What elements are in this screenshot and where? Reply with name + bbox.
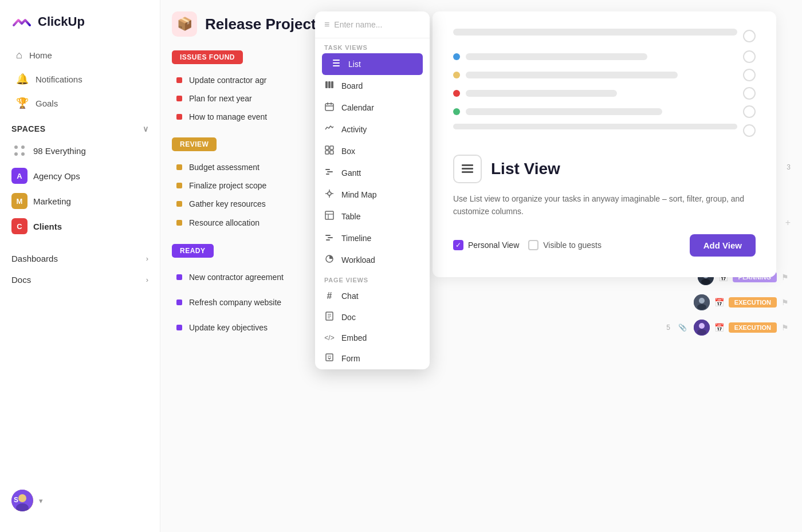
svg-rect-44 — [326, 239, 330, 241]
personal-view-toggle[interactable]: ✓ Personal View — [453, 240, 519, 250]
form-view-icon — [324, 353, 335, 364]
sidebar-item-clients[interactable]: C Clients — [0, 214, 160, 239]
calendar-icon: 📅 — [714, 298, 724, 307]
visible-guests-checkbox[interactable] — [528, 240, 538, 250]
flag-icon: ⚑ — [781, 323, 791, 332]
user-profile[interactable]: S ▾ — [0, 480, 160, 521]
spaces-header[interactable]: Spaces ∨ — [0, 115, 160, 138]
view-option-activity[interactable]: Activity — [315, 119, 430, 140]
task-dot-red — [176, 77, 182, 83]
sidebar-item-notifications[interactable]: 🔔 Notifications — [5, 67, 155, 91]
activity-label: Activity — [341, 125, 367, 134]
view-option-timeline[interactable]: Timeline — [315, 227, 430, 249]
view-option-calendar[interactable]: Calendar — [315, 97, 430, 119]
task-dot-yellow — [176, 220, 182, 226]
svg-rect-27 — [325, 146, 329, 149]
personal-view-label: Personal View — [468, 241, 519, 250]
sidebar-item-marketing[interactable]: M Marketing — [0, 188, 160, 214]
task-dot-red — [176, 96, 182, 101]
svg-point-10 — [701, 279, 710, 285]
doc-label: Doc — [341, 313, 356, 322]
preview-description: Use List view to organize your tasks in … — [453, 192, 756, 218]
sidebar-item-everything[interactable]: 98 Everything — [0, 138, 160, 163]
sidebar-item-agency-ops[interactable]: A Agency Ops — [0, 163, 160, 188]
svg-rect-30 — [330, 151, 333, 154]
preview-view-title: List View — [491, 160, 560, 178]
docs-label: Docs — [11, 275, 31, 285]
svg-rect-39 — [325, 211, 333, 219]
svg-rect-54 — [462, 171, 473, 173]
task-item[interactable]: Refresh company website 📅 EXECUTION ⚑ — [172, 290, 791, 315]
issues-badge: ISSUES FOUND — [172, 50, 243, 64]
view-option-workload[interactable]: Workload — [315, 249, 430, 271]
sidebar-item-goals[interactable]: 🏆 Goals — [5, 91, 155, 115]
app-name: ClickUp — [38, 14, 85, 29]
home-icon: ⌂ — [16, 49, 22, 61]
calendar-icon: 📅 — [714, 323, 724, 332]
task-count: 3 — [787, 163, 791, 171]
calendar-view-icon — [324, 102, 335, 113]
visible-guests-toggle[interactable]: Visible to guests — [528, 240, 602, 250]
svg-point-15 — [699, 323, 705, 329]
chat-view-icon: # — [324, 291, 335, 301]
view-option-chat[interactable]: # Chat — [315, 286, 430, 306]
view-option-list[interactable]: List — [322, 53, 423, 75]
personal-view-checkbox[interactable]: ✓ — [453, 240, 463, 250]
list-view-icon — [331, 58, 341, 70]
table-view-icon — [324, 211, 335, 222]
embed-view-icon: </> — [324, 334, 335, 342]
timeline-view-icon — [324, 232, 335, 244]
task-views-label: TASK VIEWS — [315, 38, 430, 53]
add-task-icon[interactable]: + — [785, 218, 791, 228]
flag-icon: ⚑ — [781, 298, 791, 307]
view-option-table[interactable]: Table — [315, 206, 430, 227]
dashboards-chevron-icon: › — [146, 254, 148, 263]
bell-icon: 🔔 — [16, 73, 29, 85]
sidebar-item-dashboards[interactable]: Dashboards › — [0, 248, 160, 269]
box-view-icon — [324, 145, 335, 157]
form-label: Form — [341, 354, 360, 363]
add-view-button[interactable]: Add View — [690, 234, 756, 257]
view-option-form[interactable]: Form — [315, 348, 430, 369]
svg-rect-21 — [328, 81, 331, 88]
chevron-down-icon: ▾ — [39, 496, 43, 505]
svg-rect-52 — [462, 164, 473, 166]
flag-icon: ⚑ — [781, 273, 791, 282]
svg-point-1 — [21, 145, 25, 149]
svg-point-12 — [699, 298, 705, 304]
task-count: 5 — [666, 324, 670, 332]
task-item[interactable]: Update key objectives 5 📎 📅 EXECUTION ⚑ — [172, 315, 791, 340]
svg-rect-53 — [462, 168, 473, 170]
svg-rect-22 — [331, 81, 333, 88]
view-name-input[interactable] — [334, 20, 430, 29]
svg-point-5 — [18, 494, 26, 502]
svg-rect-33 — [326, 174, 329, 175]
spaces-label: Spaces — [11, 124, 46, 133]
everything-label: 98 Everything — [33, 146, 86, 156]
task-dot-yellow — [176, 201, 182, 207]
view-option-gantt[interactable]: Gantt — [315, 162, 430, 184]
list-label: List — [348, 60, 361, 69]
view-option-embed[interactable]: </> Embed — [315, 328, 430, 348]
list-view-preview-icon — [453, 155, 482, 183]
sidebar-item-home[interactable]: ⌂ Home — [5, 44, 155, 67]
svg-rect-50 — [326, 354, 333, 361]
view-option-board[interactable]: Board — [315, 75, 430, 97]
task-text: Refresh company website — [189, 298, 687, 307]
review-badge: REVIEW — [172, 137, 217, 151]
mind-map-label: Mind Map — [341, 190, 376, 199]
sidebar-item-docs[interactable]: Docs › — [0, 269, 160, 290]
sidebar: ClickUp ⌂ Home 🔔 Notifications 🏆 Goals S… — [0, 0, 160, 532]
logo-container[interactable]: ClickUp — [0, 11, 160, 44]
sidebar-item-home-label: Home — [29, 50, 52, 60]
preview-panel: List View Use List view to organize your… — [433, 11, 776, 277]
main-content: 📦 Release Project ISSUES FOUND Update co… — [160, 0, 802, 532]
view-option-box[interactable]: Box — [315, 140, 430, 162]
svg-rect-18 — [333, 62, 340, 64]
marketing-label: Marketing — [33, 196, 71, 206]
task-dot-yellow — [176, 183, 182, 188]
view-option-doc[interactable]: Doc — [315, 306, 430, 328]
view-option-mind-map[interactable]: Mind Map — [315, 184, 430, 206]
workload-view-icon — [324, 254, 335, 266]
task-dot-purple — [176, 274, 182, 280]
